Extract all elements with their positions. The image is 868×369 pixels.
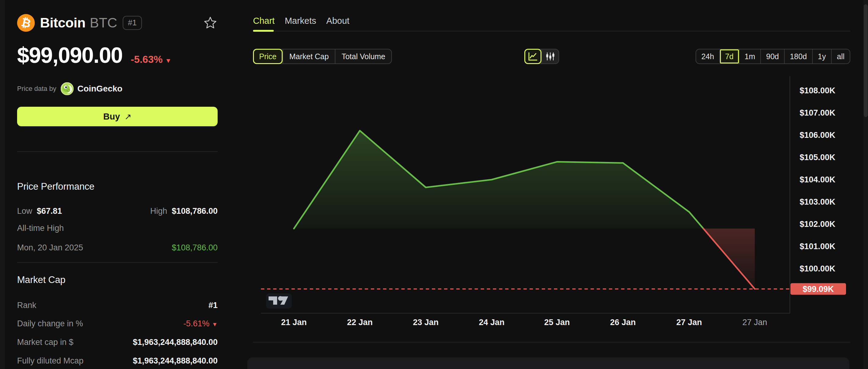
low-high-row: Low $67.81 High $108,786.00 xyxy=(17,205,218,216)
coin-title-row: ₿ Bitcoin BTC #1 xyxy=(17,13,218,32)
divider xyxy=(17,262,218,263)
high-label: High xyxy=(150,206,167,216)
range-option-24h[interactable]: 24h xyxy=(696,49,719,63)
active-tab-underline xyxy=(253,30,274,32)
coin-name: Bitcoin xyxy=(40,15,86,31)
low-label: Low xyxy=(17,206,32,216)
ath-label: All-time High xyxy=(17,224,64,233)
page-left-edge xyxy=(0,0,5,369)
external-arrow-icon: ↗ xyxy=(125,112,131,122)
section-divider xyxy=(253,342,850,342)
coin-symbol: BTC xyxy=(90,15,117,31)
high-value: $108,786.00 xyxy=(172,206,218,216)
buy-button-label: Buy xyxy=(103,112,120,122)
range-option-all[interactable]: all xyxy=(831,49,850,63)
ath-date: Mon, 20 Jan 2025 xyxy=(17,243,83,253)
price-performance-title: Price Performance xyxy=(17,181,94,192)
range-option-1y[interactable]: 1y xyxy=(812,49,831,63)
candlestick-icon[interactable] xyxy=(541,49,559,63)
market-cap-row-fdv: Fully diluted Mcap $1,963,244,888,840.00 xyxy=(17,355,218,366)
current-price-row: $99,090.00 -5.63% ▼ xyxy=(17,44,172,67)
range-option-90d[interactable]: 90d xyxy=(760,49,784,63)
tabs-divider xyxy=(253,31,850,31)
tab-about[interactable]: About xyxy=(326,16,349,26)
markets-section-top xyxy=(247,358,849,369)
panel-tabs: Chart Markets About xyxy=(253,16,349,26)
coingecko-logo-icon xyxy=(61,82,73,95)
tab-markets[interactable]: Markets xyxy=(285,16,316,26)
down-triangle-icon: ▼ xyxy=(212,321,218,328)
line-chart-icon[interactable] xyxy=(524,49,541,64)
chart-type-switch xyxy=(524,49,559,64)
low-value: $67.81 xyxy=(37,206,62,216)
range-option-1m[interactable]: 1m xyxy=(739,49,761,63)
ath-label-row: All-time High xyxy=(17,223,218,234)
ath-value: $108,786.00 xyxy=(172,243,218,253)
metric-switch: Price Market Cap Total Volume xyxy=(253,49,392,64)
favorite-star-icon[interactable] xyxy=(204,16,217,29)
bitcoin-token-page: ₿ Bitcoin BTC #1 $99,090.00 -5.63% ▼ Pri… xyxy=(0,0,868,369)
price-data-attribution: Price data by CoinGecko xyxy=(17,82,122,96)
market-cap-row-rank: Rank #1 xyxy=(17,300,218,311)
down-triangle-icon: ▼ xyxy=(165,57,172,64)
range-option-7d[interactable]: 7d xyxy=(719,49,739,63)
current-price: $99,090.00 xyxy=(17,44,122,67)
tab-chart[interactable]: Chart xyxy=(253,16,275,26)
metric-option-market-cap[interactable]: Market Cap xyxy=(283,49,335,63)
attribution-source: CoinGecko xyxy=(77,84,122,94)
chart-panel: Chart Markets About Price Market Cap Tot… xyxy=(253,0,850,369)
range-option-180d[interactable]: 180d xyxy=(784,49,812,63)
metric-option-total-volume[interactable]: Total Volume xyxy=(335,49,391,63)
bitcoin-logo-icon: ₿ xyxy=(17,14,35,32)
divider xyxy=(17,151,218,152)
market-cap-row-daily-change: Daily change in % -5.61% ▼ xyxy=(17,318,218,329)
metric-option-price[interactable]: Price xyxy=(253,49,283,64)
buy-button[interactable]: Buy ↗ xyxy=(17,107,218,126)
token-summary-panel: ₿ Bitcoin BTC #1 $99,090.00 -5.63% ▼ Pri… xyxy=(17,0,218,369)
ath-value-row: Mon, 20 Jan 2025 $108,786.00 xyxy=(17,242,218,253)
market-cap-title: Market Cap xyxy=(17,274,65,286)
market-cap-row-mcap: Market cap in $ $1,963,244,888,840.00 xyxy=(17,337,218,348)
scrollbar-thumb[interactable] xyxy=(864,4,868,117)
range-switch: 24h 7d 1m 90d 180d 1y all xyxy=(695,49,850,64)
attribution-prefix: Price data by xyxy=(17,85,56,93)
rank-badge: #1 xyxy=(123,16,142,30)
price-change-24h: -5.63% ▼ xyxy=(131,54,171,65)
